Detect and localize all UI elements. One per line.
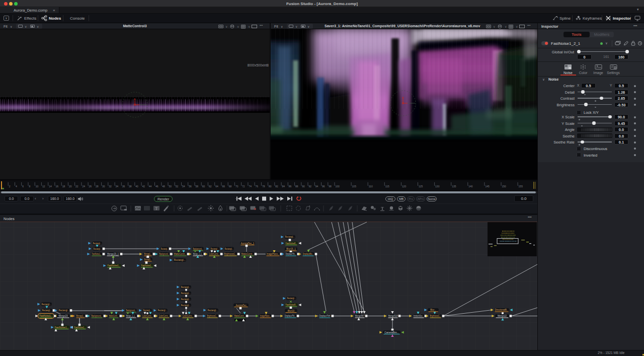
svg-text:BrightnessC...: BrightnessC...: [224, 253, 237, 255]
svg-text:115: 115: [385, 185, 389, 188]
svg-text:Rectangl...: Rectangl...: [181, 304, 191, 307]
svg-text:Rectangl...: Rectangl...: [285, 236, 295, 238]
svg-text:Rectangl...: Rectangl...: [93, 242, 102, 245]
svg-text:80: 80: [269, 185, 272, 188]
svg-text:Rectangl...: Rectangl...: [225, 248, 233, 250]
svg-text:Merge_1_1...: Merge_1_1...: [193, 253, 203, 255]
svg-text:Rectangl...: Rectangl...: [161, 248, 169, 250]
svg-text:FastNoise1...: FastNoise1...: [92, 253, 102, 255]
svg-text:48: 48: [162, 185, 165, 188]
svg-text:Merge567: Merge567: [355, 315, 365, 317]
svg-text:FastNoise9...: FastNoise9...: [286, 304, 297, 306]
svg-text:90: 90: [302, 185, 305, 188]
svg-text:FastNoise1...: FastNoise1...: [74, 326, 86, 329]
svg-text:74: 74: [249, 185, 252, 188]
svg-text:AuroraTex_1: AuroraTex_1: [241, 242, 255, 245]
svg-text:DirectionalB...: DirectionalB...: [495, 309, 509, 311]
svg-text:Rectangl...: Rectangl...: [211, 248, 219, 250]
svg-text:64: 64: [215, 185, 218, 188]
svg-text:CameraBtm...: CameraBtm...: [384, 331, 398, 334]
svg-text:24: 24: [82, 185, 85, 188]
svg-text:34: 34: [116, 185, 119, 188]
svg-text:86: 86: [289, 185, 292, 188]
svg-text:MatteContr...: MatteContr...: [174, 253, 187, 255]
svg-text:94: 94: [315, 185, 318, 188]
svg-text:140: 140: [468, 185, 473, 188]
svg-text:110: 110: [369, 185, 373, 188]
svg-text:MatteContr...: MatteContr...: [234, 315, 246, 317]
svg-text:AuroraTex: AuroraTex: [236, 304, 247, 307]
svg-text:72: 72: [242, 185, 245, 188]
svg-text:150: 150: [502, 185, 507, 188]
svg-text:98: 98: [329, 185, 332, 188]
svg-text:Rectangl...: Rectangl...: [59, 309, 69, 312]
svg-text:MatteContr...: MatteContr...: [242, 253, 254, 255]
svg-text:36: 36: [122, 185, 125, 188]
svg-text:Merge518: Merge518: [388, 315, 398, 317]
svg-text:..: ..: [437, 309, 439, 312]
svg-text:Bitmap5...: Bitmap5...: [144, 258, 152, 261]
svg-text:46: 46: [155, 185, 158, 188]
svg-text:20: 20: [69, 185, 72, 188]
svg-text:30: 30: [102, 185, 105, 188]
svg-text:Bitmap1...: Bitmap1...: [76, 315, 85, 317]
svg-text:6: 6: [22, 185, 24, 188]
svg-text:66: 66: [222, 185, 225, 188]
svg-text:62: 62: [209, 185, 212, 188]
svg-text:BrightnessC...: BrightnessC...: [430, 315, 441, 317]
svg-text:Merge23: Merge23: [58, 315, 68, 317]
svg-text:Blur10: Blur10: [288, 310, 295, 312]
svg-text:Rectangl...: Rectangl...: [208, 309, 218, 312]
svg-text:Rectangl...: Rectangl...: [181, 286, 191, 289]
svg-text:8: 8: [29, 185, 31, 188]
svg-text:40: 40: [135, 185, 138, 188]
svg-text:Background...: Background...: [159, 253, 170, 255]
svg-text:Rectangl...: Rectangl...: [143, 309, 151, 312]
svg-text:DisplaceBlu...: DisplaceBlu...: [303, 253, 314, 255]
svg-text:ColorCorre...: ColorCorre...: [183, 315, 194, 317]
svg-text:88: 88: [295, 185, 298, 188]
svg-text:26: 26: [89, 185, 92, 188]
svg-text:ImagePlane...: ImagePlane...: [267, 253, 280, 255]
svg-text:Rectangl...: Rectangl...: [94, 248, 102, 250]
svg-text:Rectangl...: Rectangl...: [287, 297, 296, 300]
svg-text:Rectangl...: Rectangl...: [42, 303, 51, 306]
svg-text:84: 84: [282, 185, 285, 188]
svg-text:Merge23_1: Merge23_1: [107, 253, 119, 255]
svg-text:ImagePlane...: ImagePlane...: [260, 315, 271, 317]
svg-text:78: 78: [262, 185, 265, 188]
svg-text:Merge22: Merge22: [498, 315, 507, 317]
svg-text:Background...: Background...: [92, 315, 103, 317]
svg-text:100: 100: [336, 185, 340, 188]
svg-text:FastNoise1...: FastNoise1...: [108, 264, 121, 267]
svg-text:155: 155: [519, 185, 523, 188]
svg-text:16: 16: [55, 185, 58, 188]
svg-text:Background...: Background...: [126, 309, 136, 312]
svg-text:56: 56: [189, 185, 192, 188]
svg-text:130: 130: [435, 185, 440, 188]
svg-text:DisplaceTilt...: DisplaceTilt...: [286, 253, 296, 255]
svg-text:18: 18: [62, 185, 65, 188]
svg-text:28: 28: [96, 185, 99, 188]
svg-text:Merge_1_1...: Merge_1_1...: [126, 315, 136, 317]
svg-text:AmbientOcc...: AmbientOcc...: [414, 315, 424, 317]
svg-text:DisplaceTilt4: DisplaceTilt4: [319, 315, 331, 317]
svg-text:60: 60: [202, 185, 205, 188]
svg-text:42: 42: [142, 185, 145, 188]
svg-text:10: 10: [36, 185, 39, 188]
svg-text:54: 54: [182, 185, 185, 188]
svg-text:105: 105: [352, 185, 357, 188]
svg-text:32: 32: [109, 185, 112, 188]
svg-text:Bitmap1...: Bitmap1...: [144, 253, 152, 255]
svg-text:FastNoise1...: FastNoise1...: [40, 315, 53, 317]
svg-text:Rectangl...: Rectangl...: [181, 292, 191, 295]
svg-text:FastNoise8...: FastNoise8...: [286, 242, 297, 245]
svg-text:Background...: Background...: [193, 248, 203, 250]
svg-text:120: 120: [402, 185, 407, 188]
svg-text:Rectangl...: Rectangl...: [181, 298, 191, 301]
svg-text:52: 52: [176, 185, 179, 188]
svg-text:Blur...: Blur...: [430, 309, 436, 311]
svg-text:ColorCorre...: ColorCorre...: [142, 315, 153, 317]
svg-text:FastNoise1...: FastNoise1...: [55, 326, 69, 329]
svg-text:2: 2: [9, 185, 11, 188]
